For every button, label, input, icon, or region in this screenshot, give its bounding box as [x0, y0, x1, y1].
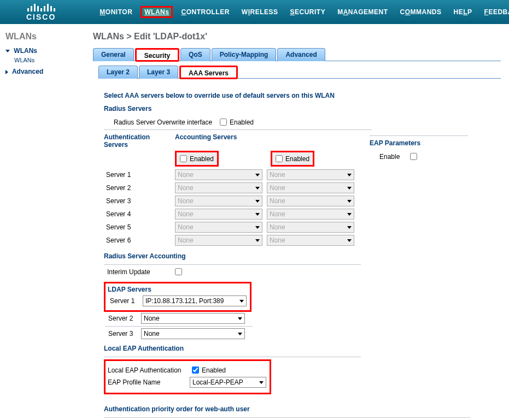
tab-advanced[interactable]: Advanced	[277, 48, 325, 61]
nav-feedback[interactable]: FEEDBACK	[484, 8, 509, 16]
auth-server3-select[interactable]: None	[175, 196, 262, 206]
auth-server6-select[interactable]: None	[175, 235, 262, 246]
interim-checkbox[interactable]	[175, 268, 182, 275]
tab-general[interactable]: General	[93, 48, 134, 61]
page-title: WLANs > Edit 'LDAP-dot1x'	[93, 32, 501, 42]
nav-controller[interactable]: CONTROLLER	[181, 8, 229, 16]
nav-commands[interactable]: COMMANDS	[400, 8, 442, 16]
server5-label: Server 5	[104, 221, 173, 234]
acct-server3-select[interactable]: None	[267, 196, 354, 206]
auth-server4-select[interactable]: None	[175, 209, 262, 220]
cisco-logo: CISCO	[26, 3, 56, 21]
main-content: WLANs > Edit 'LDAP-dot1x' General Securi…	[87, 24, 509, 420]
sidebar: WLANs WLANs WLANs Advanced	[0, 24, 87, 420]
tab-policy-mapping[interactable]: Policy-Mapping	[212, 48, 277, 61]
acct-server1-select[interactable]: None	[267, 169, 354, 180]
radius-server-table: Server 1 None None Server 2 None None Se…	[104, 168, 356, 247]
auth-enabled-text: Enabled	[190, 155, 214, 163]
sidebar-item-wlans[interactable]: WLANs	[5, 47, 82, 55]
cisco-bars-icon	[27, 3, 55, 11]
nav-management[interactable]: MANAGEMENT	[337, 8, 388, 16]
overwrite-checkbox[interactable]	[220, 119, 227, 126]
ldap-server2-select[interactable]: None	[141, 313, 245, 324]
tab-security[interactable]: Security	[135, 48, 179, 62]
acct-server6-select[interactable]: None	[267, 235, 354, 246]
nav-monitor[interactable]: MONITOR	[100, 8, 132, 16]
acct-servers-header: Accounting Servers	[175, 133, 268, 149]
nav-wlans-highlight: WLANs	[141, 6, 173, 18]
eap-enable-label: Enable	[370, 153, 408, 161]
server2-label: Server 2	[104, 181, 173, 194]
top-nav: MONITOR WLANs CONTROLLER WIRELESS SECURI…	[100, 8, 509, 16]
acct-enabled-text: Enabled	[285, 155, 309, 163]
ldap-servers-heading: LDAP Servers	[108, 286, 247, 293]
local-eap-auth-checkbox[interactable]	[192, 366, 199, 374]
interim-label: Interim Update	[107, 268, 173, 276]
acct-server5-select[interactable]: None	[267, 222, 354, 233]
sidebar-item-advanced[interactable]: Advanced	[5, 68, 82, 75]
local-eap-enabled-text: Enabled	[202, 366, 226, 374]
ldap-servers-highlight: LDAP Servers Server 1 IP:10.88.173.121, …	[104, 282, 251, 312]
subtab-layer3[interactable]: Layer 3	[139, 66, 178, 79]
subtab-aaa-servers[interactable]: AAA Servers	[179, 66, 238, 79]
top-bar: CISCO MONITOR WLANs CONTROLLER WIRELESS …	[0, 0, 509, 24]
aaa-select-heading: Select AAA servers below to override use…	[104, 92, 490, 99]
ldap-server1-select[interactable]: IP:10.88.173.121, Port:389	[143, 295, 247, 306]
security-subtabs: Layer 2 Layer 3 AAA Servers	[98, 66, 501, 79]
subtab-layer2[interactable]: Layer 2	[98, 66, 138, 79]
tab-qos[interactable]: QoS	[180, 48, 210, 61]
eap-parameters-pane: EAP Parameters Enable	[370, 133, 468, 163]
brand-text: CISCO	[26, 13, 56, 21]
auth-enabled-highlight: Enabled	[175, 151, 219, 167]
nav-help[interactable]: HELP	[454, 8, 472, 16]
radius-servers-heading: Radius Servers	[104, 105, 490, 113]
auth-server2-select[interactable]: None	[175, 182, 262, 193]
auth-server5-select[interactable]: None	[175, 222, 262, 233]
eap-enable-checkbox[interactable]	[410, 153, 417, 160]
eap-params-heading: EAP Parameters	[370, 139, 468, 147]
server1-label: Server 1	[104, 168, 173, 181]
ldap-server3-label: Server 3	[108, 330, 141, 338]
ldap-server3-select[interactable]: None	[141, 328, 245, 339]
auth-server1-select[interactable]: None	[175, 169, 262, 180]
ldap-server2-label: Server 2	[108, 315, 141, 322]
local-eap-auth-label: Local EAP Authentication	[108, 366, 190, 374]
radius-acct-heading: Radius Server Accounting	[104, 252, 490, 260]
eap-profile-label: EAP Profile Name	[108, 378, 190, 386]
local-eap-highlight: Local EAP Authentication Enabled EAP Pro…	[104, 359, 271, 394]
ldap-server1-label: Server 1	[110, 297, 143, 305]
sidebar-subitem-wlans[interactable]: WLANs	[14, 57, 82, 63]
server4-label: Server 4	[104, 208, 173, 221]
acct-enabled-highlight: Enabled	[271, 151, 314, 167]
acct-enabled-checkbox[interactable]	[276, 155, 283, 162]
aaa-body: Select AAA servers below to override use…	[93, 79, 501, 420]
overwrite-enabled-text: Enabled	[230, 119, 254, 126]
overwrite-label: Radius Server Overwrite interface	[114, 119, 218, 126]
acct-server4-select[interactable]: None	[267, 209, 354, 220]
auth-servers-header: Authentication Servers	[104, 133, 175, 149]
chevron-right-icon	[5, 70, 8, 74]
sidebar-heading: WLANs	[5, 32, 82, 42]
local-eap-heading: Local EAP Authentication	[104, 345, 490, 352]
eap-profile-select[interactable]: Local-EAP-PEAP	[190, 377, 266, 388]
acct-server2-select[interactable]: None	[267, 182, 354, 193]
main-tabs: General Security QoS Policy-Mapping Adva…	[93, 48, 501, 61]
auth-priority-heading: Authentication priority order for web-au…	[104, 405, 490, 413]
nav-wlans[interactable]: WLANs	[144, 8, 169, 16]
chevron-down-icon	[5, 50, 10, 52]
server6-label: Server 6	[104, 234, 173, 247]
server3-label: Server 3	[104, 194, 173, 208]
auth-enabled-checkbox[interactable]	[180, 155, 187, 162]
nav-security[interactable]: SECURITY	[290, 8, 326, 16]
nav-wireless[interactable]: WIRELESS	[242, 8, 278, 16]
